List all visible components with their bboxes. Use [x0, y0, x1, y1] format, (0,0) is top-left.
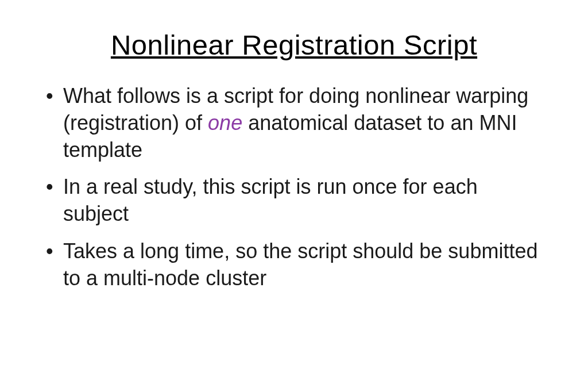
slide-title: Nonlinear Registration Script — [40, 29, 548, 61]
bullet-item: Takes a long time, so the script should … — [40, 238, 548, 292]
bullet-list: What follows is a script for doing nonli… — [40, 83, 548, 292]
bullet-text-before: Takes a long time, so the script should … — [63, 239, 537, 290]
bullet-item: In a real study, this script is run once… — [40, 174, 548, 228]
bullet-highlight: one — [208, 111, 242, 135]
bullet-text-before: In a real study, this script is run once… — [63, 175, 478, 225]
bullet-item: What follows is a script for doing nonli… — [40, 83, 548, 163]
